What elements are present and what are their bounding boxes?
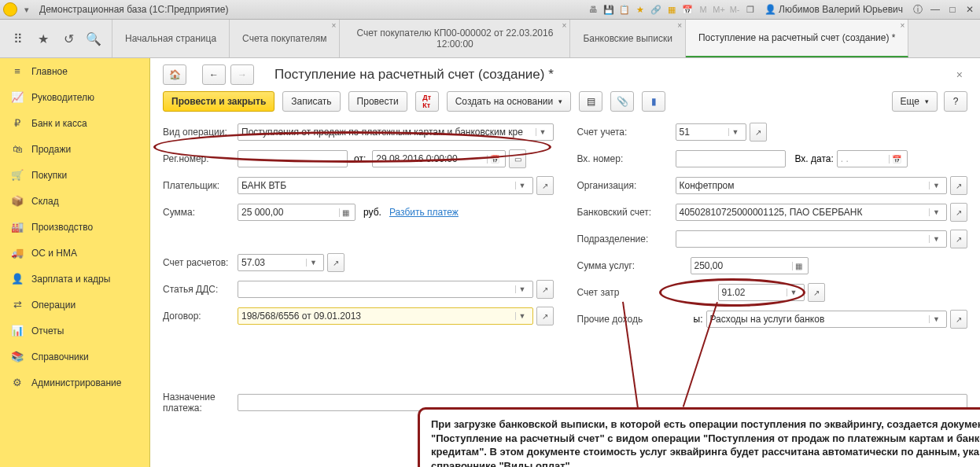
open-account-button[interactable]: ↗ [750, 123, 767, 142]
open-org-button[interactable]: ↗ [950, 176, 967, 195]
payer-label: Плательщик: [163, 180, 238, 191]
m-minus-icon[interactable]: M- [728, 3, 741, 16]
favorites-icon[interactable]: ★ [36, 31, 50, 46]
open-dept-button[interactable]: ↗ [950, 230, 967, 248]
sidebar-item-assets[interactable]: 🚚ОС и НМА [0, 240, 149, 266]
calendar-icon[interactable]: 📅 [681, 3, 694, 16]
save-button[interactable]: Записать [282, 91, 340, 112]
bank-acc-select[interactable]: 40502810725000001125, ПАО СБЕРБАНК ▼ [676, 204, 948, 221]
in-date-input[interactable]: . . 📅 [837, 150, 908, 167]
minimize-button[interactable]: — [928, 3, 942, 16]
account-select[interactable]: 51 ▼ [676, 123, 746, 141]
dept-select[interactable]: ▼ [676, 230, 948, 248]
open-doc-button[interactable]: ▭ [509, 149, 526, 168]
dtct-button[interactable]: ДтКт [415, 91, 439, 112]
chevron-down-icon: ▼ [728, 128, 742, 136]
other-inc-select[interactable]: Расходы на услуги банков ▼ [706, 311, 948, 328]
tab-bank-statements[interactable]: Банковские выписки × [570, 20, 686, 57]
org-select[interactable]: Конфетпром ▼ [676, 177, 948, 194]
tab-start[interactable]: Начальная страница [112, 20, 230, 57]
close-page-button[interactable]: × [952, 67, 967, 83]
dds-label: Статья ДДС: [163, 284, 238, 295]
open-payer-button[interactable]: ↗ [536, 176, 554, 195]
print-icon[interactable]: 🖶 [587, 3, 599, 16]
tab-close-icon[interactable]: × [332, 21, 337, 30]
windows-icon[interactable]: ❐ [744, 3, 757, 16]
history-icon[interactable]: ↺ [61, 31, 76, 46]
help-button[interactable]: ? [944, 91, 967, 112]
apps-icon[interactable]: ⠿ [11, 31, 25, 46]
more-button[interactable]: Еще▾ [892, 91, 938, 112]
calendar-icon: 📅 [889, 155, 904, 164]
payer-select[interactable]: БАНК ВТБ ▼ [238, 177, 533, 194]
cost-acc-select[interactable]: 91.02 ▼ [718, 284, 805, 301]
open-cost-acc-button[interactable]: ↗ [808, 283, 825, 302]
m-icon[interactable]: M [697, 3, 709, 16]
home-button[interactable]: 🏠 [163, 64, 186, 85]
cost-acc-label: Счет затр [577, 287, 676, 298]
window-title: Демонстрационная база (1С:Предприятие) [36, 4, 228, 15]
op-type-select[interactable]: Поступления от продаж по платежным карта… [238, 123, 554, 141]
tab-close-icon[interactable]: × [677, 21, 682, 30]
tab-invoice-detail[interactable]: Счет покупателю КП00-000002 от 22.03.201… [340, 20, 570, 57]
svc-sum-input[interactable]: 250,00 ▦ [691, 257, 809, 274]
chevron-down-icon: ▼ [515, 182, 529, 189]
dds-select[interactable]: ▼ [238, 281, 533, 298]
post-button[interactable]: Провести [348, 91, 407, 112]
sidebar-item-hr[interactable]: 👤Зарплата и кадры [0, 266, 149, 292]
sidebar-item-sales[interactable]: 🛍Продажи [0, 136, 149, 162]
sidebar-item-purchases[interactable]: 🛒Покупки [0, 162, 149, 188]
sidebar-item-reports[interactable]: 📊Отчеты [0, 318, 149, 344]
attach-button[interactable]: 📎 [610, 91, 634, 112]
sidebar-item-manager[interactable]: 📈Руководителю [0, 84, 149, 110]
chevron-down-icon: ▼ [515, 312, 529, 320]
calc-icon[interactable]: ▦ [665, 3, 678, 16]
sidebar-item-main[interactable]: ≡Главное [0, 58, 149, 84]
forward-button[interactable]: → [230, 64, 254, 85]
star-icon[interactable]: ★ [634, 3, 647, 16]
tab-invoices[interactable]: Счета покупателям × [230, 20, 340, 57]
op-type-label: Вид операции: [163, 127, 238, 138]
open-dds-button[interactable]: ↗ [536, 280, 554, 299]
calc-icon: ▦ [792, 262, 805, 270]
open-settle-button[interactable]: ↗ [327, 253, 344, 272]
sidebar-item-production[interactable]: 🏭Производство [0, 214, 149, 240]
app-logo-icon [3, 2, 17, 17]
split-payment-link[interactable]: Разбить платеж [389, 207, 459, 218]
m-plus-icon[interactable]: M+ [713, 3, 725, 16]
purpose-label: Назначение платежа: [163, 392, 238, 414]
settle-select[interactable]: 57.03 ▼ [238, 254, 324, 271]
in-num-input[interactable] [676, 150, 786, 167]
back-button[interactable]: ← [202, 64, 226, 85]
tab-receipt-create[interactable]: Поступление на расчетный счет (создание)… [686, 20, 908, 57]
close-button[interactable]: ✕ [963, 3, 977, 16]
copy-icon[interactable]: 📋 [618, 3, 631, 16]
post-close-button[interactable]: Провести и закрыть [163, 91, 274, 112]
sidebar-item-catalogs[interactable]: 📚Справочники [0, 344, 149, 370]
report-button[interactable]: ▮ [642, 91, 665, 112]
tab-close-icon[interactable]: × [562, 21, 567, 30]
dropdown-icon[interactable]: ▾ [20, 3, 33, 16]
maximize-button[interactable]: □ [945, 3, 960, 16]
open-bank-acc-button[interactable]: ↗ [950, 203, 967, 222]
sidebar-item-bank[interactable]: ₽Банк и касса [0, 110, 149, 136]
open-other-inc-button[interactable]: ↗ [950, 310, 967, 329]
tab-close-icon[interactable]: × [901, 21, 905, 30]
create-based-button[interactable]: Создать на основании▾ [447, 91, 572, 112]
reg-number-input[interactable] [238, 150, 348, 167]
user-label[interactable]: 👤 Любимов Валерий Юрьевич [760, 4, 908, 15]
books-icon: 📚 [11, 351, 24, 362]
gear-icon: ⚙ [11, 377, 24, 388]
sum-input[interactable]: 25 000,00 ▦ [238, 204, 356, 221]
contract-select[interactable]: 198/568/6556 от 09.01.2013 ▼ [238, 307, 533, 325]
form-button[interactable]: ▤ [579, 91, 602, 112]
link-icon[interactable]: 🔗 [650, 3, 662, 16]
sidebar-item-operations[interactable]: ⇄Операции [0, 292, 149, 318]
reg-date-input[interactable]: 29.08.2016 0:00:00 📅 [372, 150, 506, 167]
sidebar-item-admin[interactable]: ⚙Администрирование [0, 370, 149, 395]
search-icon[interactable]: 🔍 [87, 31, 101, 46]
sidebar-item-warehouse[interactable]: 📦Склад [0, 188, 149, 214]
open-contract-button[interactable]: ↗ [536, 307, 554, 325]
help-button[interactable]: ⓘ [911, 3, 925, 16]
save-icon[interactable]: 💾 [602, 3, 615, 16]
